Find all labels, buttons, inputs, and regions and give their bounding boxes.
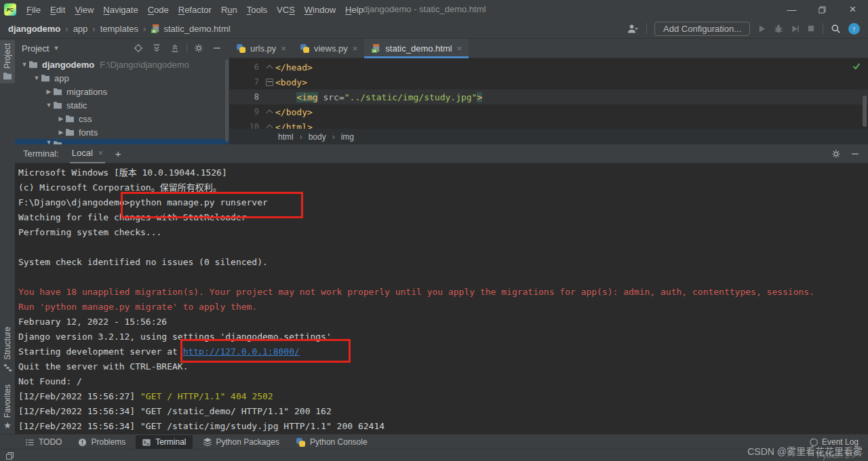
breadcrumb-item-static_demo.html[interactable]: Hstatic_demo.html (151, 24, 230, 34)
terminal-output[interactable]: Microsoft Windows [版本 10.0.19044.1526](c… (15, 163, 868, 434)
terminal-tab-local[interactable]: Local × (70, 144, 105, 163)
fold-marker[interactable] (263, 108, 275, 115)
tree-item-css[interactable]: ▶css (15, 112, 229, 125)
close-icon[interactable]: × (98, 148, 103, 158)
run-icon[interactable] (757, 24, 766, 33)
tree-item-migrations[interactable]: ▶migrations (15, 85, 229, 98)
window-controls: —× (776, 0, 868, 19)
terminal-line: Microsoft Windows [版本 10.0.19044.1526] (18, 165, 868, 180)
settings-gear-icon[interactable] (191, 40, 207, 56)
expand-all-icon[interactable] (149, 40, 165, 56)
tree-item-app[interactable]: ▼app (15, 71, 229, 85)
code-line-9: 9</body> (229, 104, 868, 119)
close-icon[interactable]: × (281, 43, 286, 54)
tool-button-python-packages[interactable]: Python Packages (197, 435, 285, 449)
tool-button-structure[interactable]: Structure (0, 323, 15, 376)
project-tool-icon (3, 72, 12, 80)
terminal-line: [12/Feb/2022 15:56:34] "GET /static_demo… (18, 404, 868, 419)
menu-run[interactable]: Run (216, 5, 242, 15)
project-panel-title[interactable]: Project (22, 43, 49, 54)
breadcrumb-item-templates[interactable]: templates (100, 24, 138, 34)
fold-marker[interactable] (263, 79, 275, 86)
collapse-all-icon[interactable] (167, 40, 183, 56)
close-icon[interactable]: × (837, 0, 868, 19)
code-editor[interactable]: 6</head>7<body>8 <img src="../static/img… (229, 58, 868, 130)
breadcrumb-item-djangodemo[interactable]: djangodemo (8, 24, 60, 34)
chevron-right-icon: › (332, 132, 335, 142)
search-icon[interactable] (831, 24, 841, 34)
new-terminal-plus-icon[interactable]: + (115, 148, 121, 159)
tool-button-terminal[interactable]: Terminal (136, 435, 192, 449)
editor-breadcrumb-body[interactable]: body (309, 132, 326, 142)
editor-breadcrumb-html[interactable]: html (278, 132, 294, 142)
tree-item-fonts[interactable]: ▶fonts (15, 125, 229, 139)
minimize-icon[interactable]: — (776, 0, 807, 19)
tool-button-problems[interactable]: Problems (72, 435, 132, 449)
html-file-icon: H (371, 43, 381, 54)
terminal-line: (c) Microsoft Corporation。保留所有权利。 (18, 180, 868, 195)
tool-button-python-console[interactable]: Python Console (290, 435, 374, 449)
editor-tab-urls.py[interactable]: urls.py× (229, 39, 293, 58)
terminal-line: [12/Feb/2022 15:56:27] "GET / HTTP/1.1" … (18, 389, 868, 404)
chevron-down-icon[interactable]: ▼ (33, 75, 41, 81)
project-tree-scrollbar[interactable] (225, 59, 229, 142)
fold-marker[interactable] (263, 64, 275, 71)
tree-item-static[interactable]: ▼static (15, 98, 229, 112)
add-configuration-button[interactable]: Add Configuration... (654, 22, 750, 36)
menu-view[interactable]: View (70, 5, 98, 15)
editor-tab-static_demo.html[interactable]: Hstatic_demo.html× (364, 39, 469, 58)
chevron-right-icon[interactable]: ▶ (57, 129, 65, 136)
editor-scrollbar[interactable] (863, 96, 867, 127)
terminal-line: Quit the server with CTRL-BREAK. (18, 359, 868, 374)
menu-file[interactable]: File (22, 5, 45, 15)
tool-button-project[interactable]: Project (0, 40, 15, 83)
terminal-line: Starting development server at http://12… (18, 344, 868, 359)
watermark: CSDN @雾里看花花里看雾 (747, 444, 863, 458)
close-icon[interactable]: × (353, 43, 358, 54)
folder-icon (53, 87, 62, 96)
divider (186, 43, 187, 53)
inspections-ok-check-icon[interactable] (852, 62, 861, 71)
project-tool-window: Project▼ ▼djangodemoF:\Django\djangodemo… (15, 39, 230, 144)
settings-gear-icon[interactable] (831, 149, 841, 159)
packages-icon (203, 437, 212, 447)
tree-item-djangodemo[interactable]: ▼djangodemoF:\Django\djangodemo (15, 58, 229, 71)
chevron-right-icon[interactable]: ▶ (45, 88, 53, 95)
editor-breadcrumb-img[interactable]: img (341, 132, 354, 142)
editor-tab-bar: urls.py×views.py×Hstatic_demo.html× (229, 39, 868, 58)
coverage-icon[interactable] (791, 24, 800, 33)
menu-tools[interactable]: Tools (242, 5, 272, 15)
menu-navigate[interactable]: Navigate (98, 5, 142, 15)
chevron-down-icon[interactable]: ▼ (45, 102, 53, 108)
hide-panel-icon[interactable] (209, 40, 225, 56)
tool-button-todo[interactable]: TODO (19, 435, 68, 449)
title-bar: PC FileEditViewNavigateCodeRefactorRunTo… (0, 0, 868, 19)
menu-code[interactable]: Code (143, 5, 174, 15)
terminal-line: Not Found: / (18, 374, 868, 389)
divider (646, 23, 647, 34)
locate-target-icon[interactable] (130, 40, 146, 56)
chevron-down-icon[interactable]: ▼ (45, 139, 53, 144)
close-icon[interactable]: × (457, 43, 462, 54)
editor-tab-views.py[interactable]: views.py× (293, 39, 364, 58)
hide-panel-icon[interactable] (850, 149, 860, 159)
menu-window[interactable]: Window (300, 5, 340, 15)
chevron-right-icon[interactable]: ▶ (57, 115, 65, 122)
tree-item-partial[interactable]: ▼ (15, 139, 229, 144)
menu-vcs[interactable]: VCS (272, 5, 300, 15)
menu-edit[interactable]: Edit (45, 5, 70, 15)
problems-icon (78, 438, 87, 447)
update-available-icon[interactable]: ↑ (848, 23, 860, 35)
user-dropdown-icon[interactable] (627, 24, 639, 34)
pycharm-logo-icon: PC (4, 3, 16, 16)
breadcrumb-item-app[interactable]: app (73, 24, 88, 34)
debug-icon[interactable] (774, 24, 783, 33)
tool-windows-toggle-icon[interactable] (5, 452, 14, 460)
restore-icon[interactable] (807, 0, 837, 19)
stop-icon[interactable] (807, 24, 815, 33)
server-url-link[interactable]: http://127.0.0.1:8000/ (183, 346, 300, 357)
terminal-line: Run 'python manage.py migrate' to apply … (18, 300, 868, 315)
tool-button-favorites[interactable]: Favorites★ (0, 381, 15, 433)
chevron-down-icon[interactable]: ▼ (20, 61, 28, 68)
menu-refactor[interactable]: Refactor (174, 5, 216, 15)
